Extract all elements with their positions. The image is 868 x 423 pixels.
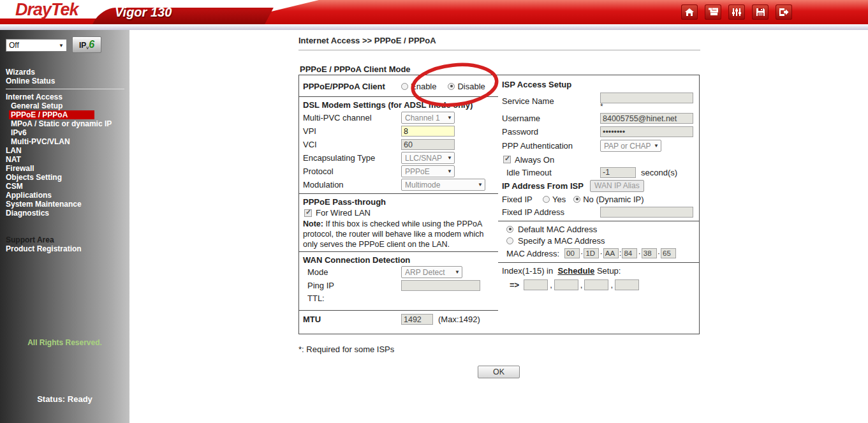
mac-octet-input[interactable] bbox=[564, 248, 580, 258]
encapsulating-type-select[interactable]: LLC/SNAP▼ bbox=[401, 152, 455, 164]
vci-input[interactable] bbox=[401, 139, 455, 150]
modulation-select[interactable]: Multimode▼ bbox=[401, 179, 485, 191]
sidebar-item-objects-setting[interactable]: Objects Setting bbox=[0, 173, 129, 182]
disable-radio-label: Disable bbox=[457, 82, 485, 91]
ipv6-button[interactable]: IPv6 bbox=[72, 36, 101, 53]
vpi-input[interactable] bbox=[401, 126, 455, 137]
enable-radio[interactable] bbox=[401, 83, 408, 90]
ppp-authentication-label: PPP Authentication bbox=[502, 141, 600, 151]
mtu-max-note: (Max:1492) bbox=[438, 315, 480, 324]
enable-radio-label: Enable bbox=[411, 82, 436, 91]
sidebar-item-csm[interactable]: CSM bbox=[0, 182, 129, 191]
sidebar-item-diagnostics[interactable]: Diagnostics bbox=[0, 209, 129, 218]
vci-label: VCI bbox=[303, 140, 401, 149]
sidebar-item-product-registration[interactable]: Product Registration bbox=[0, 244, 129, 253]
fixed-ip-yes-radio[interactable] bbox=[543, 196, 550, 203]
sidebar-item-firewall[interactable]: Firewall bbox=[0, 164, 129, 173]
breadcrumb: Internet Access >> PPPoE / PPPoA bbox=[298, 36, 436, 45]
mtu-input[interactable] bbox=[401, 314, 433, 325]
mac-octet-input[interactable] bbox=[584, 248, 599, 258]
sidebar-item-ipv6[interactable]: IPv6 bbox=[0, 128, 129, 137]
wan-detection-header: WAN Connection Detection bbox=[303, 255, 410, 265]
divider bbox=[498, 262, 699, 263]
wan-ip-alias-button[interactable]: WAN IP Alias bbox=[590, 180, 644, 192]
fixed-ip-no-label: No (Dynamic IP) bbox=[583, 195, 644, 204]
mac-octet-input[interactable] bbox=[603, 248, 619, 258]
wan-detection-mode-select[interactable]: ARP Detect▼ bbox=[401, 266, 462, 278]
ping-ip-input[interactable] bbox=[401, 280, 480, 291]
schedule-index-prefix: Index(1-15) in bbox=[502, 266, 553, 276]
sidebar-item-mpoa-static-or-dynamic-ip[interactable]: MPoA / Static or dynamic IP bbox=[0, 119, 129, 128]
sidebar-item-applications[interactable]: Applications bbox=[0, 191, 129, 200]
mac-address-label: MAC Address: bbox=[502, 249, 559, 258]
divider bbox=[299, 193, 498, 194]
ppp-authentication-select[interactable]: PAP or CHAP▼ bbox=[600, 140, 661, 152]
username-input[interactable] bbox=[600, 113, 693, 124]
ok-button[interactable]: OK bbox=[478, 366, 520, 378]
sidebar-item-nat[interactable]: NAT bbox=[0, 155, 129, 164]
password-input[interactable] bbox=[600, 126, 693, 137]
idle-timeout-input[interactable] bbox=[600, 167, 636, 178]
header-bar: DrayTek Vigor 130 bbox=[0, 0, 868, 24]
mac-separator: · bbox=[600, 248, 602, 258]
sidebar-item-label: CSM bbox=[6, 182, 23, 191]
multi-pvc-select[interactable]: Channel 1▼ bbox=[401, 112, 455, 124]
protocol-select[interactable]: PPPoE▼ bbox=[401, 165, 455, 177]
sidebar-item-general-setup[interactable]: General Setup bbox=[0, 101, 129, 110]
sitemap-icon[interactable] bbox=[705, 4, 721, 20]
save-icon[interactable] bbox=[752, 4, 769, 20]
schedule-separator: , bbox=[610, 279, 613, 289]
fixed-ip-label: Fixed IP bbox=[502, 195, 543, 204]
service-name-label: Service Name bbox=[502, 96, 600, 106]
sidebar-item-lan[interactable]: LAN bbox=[0, 146, 129, 155]
sidebar-divider bbox=[6, 89, 124, 89]
mac-octet-input[interactable] bbox=[642, 248, 657, 258]
chevron-down-icon: ▼ bbox=[455, 269, 460, 275]
sidebar-item-multi-pvc-vlan[interactable]: Multi-PVC/VLAN bbox=[0, 137, 129, 146]
sidebar-item-internet-access[interactable]: Internet Access bbox=[0, 93, 129, 101]
sidebar-item-online-status[interactable]: Online Status bbox=[0, 77, 129, 85]
always-on-checkbox[interactable] bbox=[503, 156, 511, 163]
model-name: Vigor 130 bbox=[115, 5, 172, 20]
service-name-input[interactable] bbox=[600, 93, 693, 103]
logout-icon[interactable] bbox=[776, 4, 792, 20]
sidebar-item-wizards[interactable]: Wizards bbox=[0, 68, 129, 77]
mac-separator: · bbox=[658, 248, 660, 258]
sidebar-item-label: PPPoE / PPPoA bbox=[9, 110, 94, 119]
schedule-index-input[interactable] bbox=[615, 279, 639, 290]
sidebar-item-pppoe-pppoa[interactable]: PPPoE / PPPoA bbox=[0, 110, 129, 119]
schedule-separator: , bbox=[580, 279, 583, 289]
schedule-index-input[interactable] bbox=[584, 279, 608, 290]
ping-ip-label: Ping IP bbox=[303, 281, 401, 290]
specify-mac-label: Specify a MAC Address bbox=[518, 236, 605, 246]
wired-lan-checkbox[interactable] bbox=[304, 209, 312, 217]
disable-radio[interactable] bbox=[448, 83, 455, 90]
sidebar-item-support-area[interactable]: Support Area bbox=[0, 235, 129, 244]
sidebar-item-label: Diagnostics bbox=[6, 209, 49, 218]
mac-octet-input[interactable] bbox=[661, 248, 676, 258]
ip-from-isp-label: IP Address From ISP bbox=[502, 181, 590, 191]
header-toolbar bbox=[681, 4, 792, 20]
always-on-label: Always On bbox=[515, 155, 554, 165]
required-asterisk: * bbox=[600, 103, 693, 110]
page-title: PPPoE / PPPoA Client Mode bbox=[300, 64, 411, 74]
fixed-ip-no-radio[interactable] bbox=[573, 196, 580, 203]
home-icon[interactable] bbox=[681, 4, 698, 20]
chevron-down-icon: ▼ bbox=[654, 143, 659, 149]
rights-text: All Rights Reserved. bbox=[0, 338, 129, 347]
settings-sliders-icon[interactable] bbox=[728, 4, 745, 20]
draytek-logo: DrayTek bbox=[15, 0, 78, 20]
sidebar-item-system-maintenance[interactable]: System Maintenance bbox=[0, 200, 129, 209]
fixed-ip-yes-label: Yes bbox=[552, 195, 566, 204]
mac-octet-input[interactable] bbox=[622, 248, 637, 258]
fixed-ip-address-input[interactable] bbox=[600, 207, 693, 218]
mtu-label: MTU bbox=[303, 315, 401, 324]
sidebar-mode-select[interactable]: Off ▼ bbox=[6, 39, 67, 52]
page: DrayTek Vigor 130 Off ▼ I bbox=[0, 0, 868, 423]
specify-mac-radio[interactable] bbox=[506, 237, 513, 244]
schedule-index-input[interactable] bbox=[524, 279, 548, 290]
schedule-index-input[interactable] bbox=[554, 279, 578, 290]
chevron-down-icon: ▼ bbox=[447, 155, 452, 161]
default-mac-radio[interactable] bbox=[506, 226, 513, 233]
schedule-link[interactable]: Schedule bbox=[557, 266, 594, 276]
